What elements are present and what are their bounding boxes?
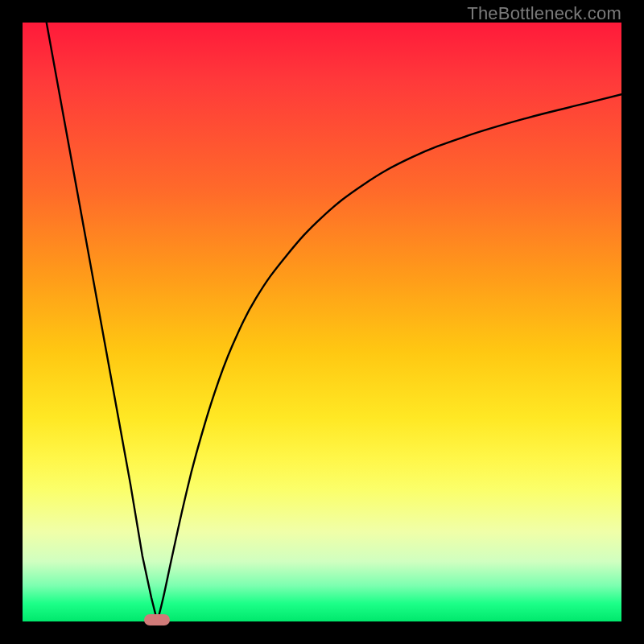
- curve-svg: [23, 23, 621, 621]
- branding-label: TheBottleneck.com: [467, 3, 621, 24]
- minimum-marker: [144, 614, 170, 625]
- curve-path: [47, 23, 621, 621]
- chart-frame: TheBottleneck.com: [0, 0, 644, 644]
- plot-area: [23, 23, 621, 621]
